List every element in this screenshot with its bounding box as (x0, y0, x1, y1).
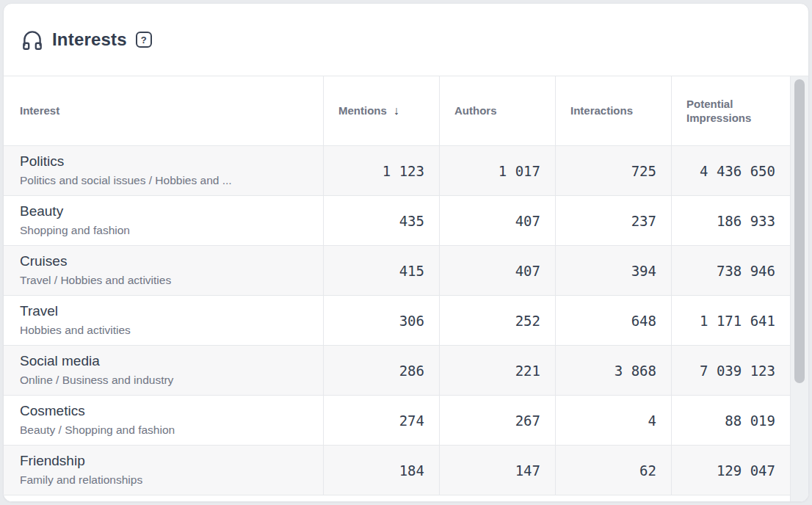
interactions-value: 648 (556, 296, 672, 345)
impressions-value: 88 019 (672, 396, 790, 445)
interest-name: Cruises (20, 253, 67, 270)
mentions-value: 1 123 (324, 146, 440, 195)
interest-cell: Travel Hobbies and activities (4, 296, 324, 345)
page-title: Interests (52, 29, 127, 50)
column-label: Interactions (570, 103, 633, 117)
impressions-value: 186 933 (672, 196, 790, 245)
authors-value: 252 (440, 296, 556, 345)
column-label: Interest (20, 103, 59, 117)
authors-value: 407 (440, 246, 556, 295)
interest-cell: Social media Online / Business and indus… (4, 346, 324, 395)
interest-category: Politics and social issues / Hobbies and… (20, 174, 232, 188)
column-header-mentions[interactable]: Mentions ↓ (324, 76, 440, 145)
headphones-icon (20, 27, 45, 52)
mentions-value: 415 (324, 246, 440, 295)
interactions-value: 237 (556, 196, 672, 245)
interactions-value: 394 (556, 246, 672, 295)
authors-value: 147 (440, 446, 556, 495)
table-row: Cruises Travel / Hobbies and activities … (4, 246, 790, 296)
column-header-authors[interactable]: Authors (440, 76, 556, 145)
interest-category: Shopping and fashion (20, 224, 130, 238)
interests-table: Interest Mentions ↓ Authors Interactions… (4, 76, 808, 502)
interest-cell: Politics Politics and social issues / Ho… (4, 146, 324, 195)
impressions-value: 738 946 (672, 246, 790, 295)
table-row: Beauty Shopping and fashion 435 407 237 … (4, 196, 790, 246)
card-header: Interests ? (4, 4, 808, 76)
table-body-wrap: Interest Mentions ↓ Authors Interactions… (4, 76, 790, 502)
table-row: Social media Online / Business and indus… (4, 346, 790, 396)
column-label: Potential Impressions (686, 97, 781, 125)
authors-value: 1 017 (440, 146, 556, 195)
interest-cell: Cosmetics Beauty / Shopping and fashion (4, 396, 324, 445)
table-row: Politics Politics and social issues / Ho… (4, 146, 790, 196)
authors-value: 267 (440, 396, 556, 445)
interests-card: Interests ? Interest Mentions ↓ Authors … (3, 3, 809, 502)
interest-category: Travel / Hobbies and activities (20, 274, 171, 288)
interest-category: Online / Business and industry (20, 374, 173, 388)
interactions-value: 3 868 (556, 346, 672, 395)
table-body: Politics Politics and social issues / Ho… (4, 146, 790, 502)
interest-cell: Friendship Family and relationships (4, 446, 324, 495)
table-row: Cosmetics Beauty / Shopping and fashion … (4, 396, 790, 446)
impressions-value: 1 171 641 (672, 296, 790, 345)
mentions-value: 435 (324, 196, 440, 245)
help-icon[interactable]: ? (136, 32, 152, 48)
authors-value: 221 (440, 346, 556, 395)
mentions-value: 286 (324, 346, 440, 395)
table-row: Travel Hobbies and activities 306 252 64… (4, 296, 790, 346)
interest-category: Family and relationships (20, 473, 142, 487)
interest-name: Politics (20, 153, 64, 170)
mentions-value: 274 (324, 396, 440, 445)
table-row-partial (4, 495, 790, 502)
column-label: Mentions (338, 103, 387, 117)
help-icon-glyph: ? (141, 34, 147, 46)
mentions-value: 306 (324, 296, 440, 345)
column-header-potential-impressions[interactable]: Potential Impressions (672, 76, 790, 145)
interactions-value: 62 (556, 446, 672, 495)
interest-category: Beauty / Shopping and fashion (20, 424, 175, 437)
table-header-row: Interest Mentions ↓ Authors Interactions… (4, 76, 790, 146)
interest-name: Cosmetics (20, 403, 85, 420)
impressions-value: 7 039 123 (672, 346, 790, 395)
interactions-value: 4 (556, 396, 672, 445)
column-label: Authors (454, 103, 497, 117)
interest-name: Beauty (20, 203, 63, 220)
column-header-interest[interactable]: Interest (4, 76, 324, 145)
impressions-value: 4 436 650 (672, 146, 790, 195)
column-header-interactions[interactable]: Interactions (556, 76, 672, 145)
interest-category: Hobbies and activities (20, 324, 131, 338)
mentions-value: 184 (324, 446, 440, 495)
interactions-value: 725 (556, 146, 672, 195)
interest-name: Social media (20, 353, 100, 370)
interest-cell: Cruises Travel / Hobbies and activities (4, 246, 324, 295)
impressions-value: 129 047 (672, 446, 790, 495)
authors-value: 407 (440, 196, 556, 245)
vertical-scrollbar-track[interactable] (790, 76, 808, 502)
table-row: Friendship Family and relationships 184 … (4, 446, 790, 495)
interest-cell: Beauty Shopping and fashion (4, 196, 324, 245)
vertical-scrollbar-thumb[interactable] (794, 79, 805, 383)
sort-desc-icon: ↓ (394, 103, 399, 118)
interest-name: Friendship (20, 453, 85, 470)
interest-name: Travel (20, 303, 58, 320)
